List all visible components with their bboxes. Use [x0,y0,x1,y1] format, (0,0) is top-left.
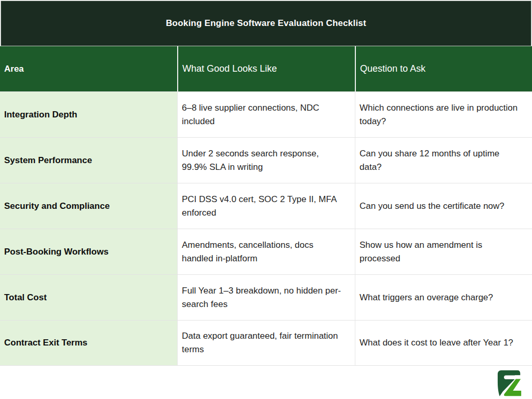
question-cell: Can you share 12 months of uptime data? [355,138,532,183]
table-row: Post-Booking Workflows Amendments, cance… [0,229,532,274]
area-cell: Integration Depth [0,92,177,137]
question-cell: What does it cost to leave after Year 1? [355,321,532,365]
area-cell: Total Cost [0,275,177,320]
table-header-row: Area What Good Looks Like Question to As… [0,46,532,91]
table-row: Integration Depth 6–8 live supplier conn… [0,91,532,137]
good-looks-like-cell: PCI DSS v4.0 cert, SOC 2 Type II, MFA en… [177,183,355,229]
good-looks-like-cell: Under 2 seconds search response, 99.9% S… [177,138,355,183]
table-row: Contract Exit Terms Data export guarante… [0,320,532,366]
column-header-what-good-looks-like: What Good Looks Like [177,46,355,91]
good-looks-like-cell: Full Year 1–3 breakdown, no hidden per-s… [177,275,355,320]
question-cell: What triggers an overage charge? [355,275,532,320]
area-cell: Security and Compliance [0,183,177,229]
page-title: Booking Engine Software Evaluation Check… [166,18,366,29]
good-looks-like-cell: Data export guaranteed, fair termination… [177,321,355,365]
good-looks-like-cell: 6–8 live supplier connections, NDC inclu… [177,92,355,137]
question-cell: Which connections are live in production… [355,92,532,137]
table-row: Security and Compliance PCI DSS v4.0 cer… [0,183,532,229]
good-looks-like-cell: Amendments, cancellations, docs handled … [177,229,355,274]
area-cell: Contract Exit Terms [0,321,177,365]
title-bar: Booking Engine Software Evaluation Check… [1,1,531,46]
fz-monogram-logo-icon [493,369,523,398]
table-row: Total Cost Full Year 1–3 breakdown, no h… [0,274,532,320]
column-header-question-to-ask: Question to Ask [355,46,532,91]
question-cell: Show us how an amendment is processed [355,229,532,274]
table-row: System Performance Under 2 seconds searc… [0,137,532,183]
column-header-area: Area [0,46,177,91]
area-cell: System Performance [0,138,177,183]
checklist-page: Booking Engine Software Evaluation Check… [0,1,532,399]
question-cell: Can you send us the certificate now? [355,183,532,229]
evaluation-table: Area What Good Looks Like Question to As… [0,46,532,366]
footer [0,366,532,399]
area-cell: Post-Booking Workflows [0,229,177,274]
